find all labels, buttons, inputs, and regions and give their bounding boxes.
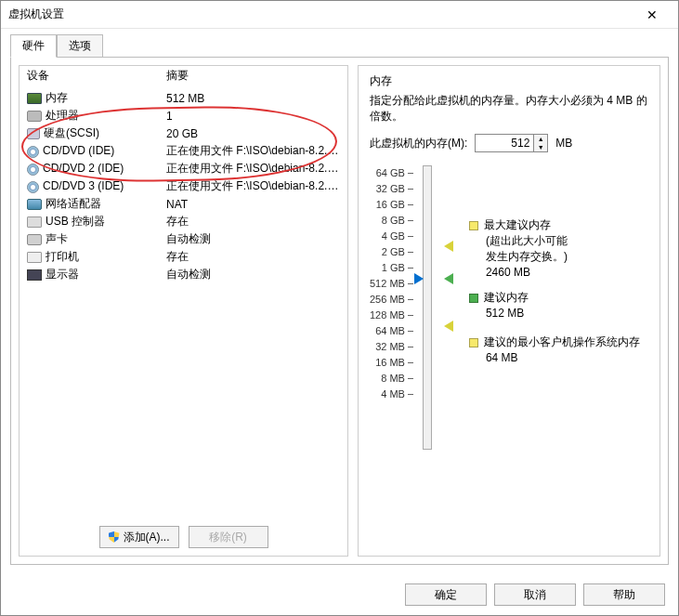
- memory-tick: 256 MB: [370, 292, 413, 308]
- memory-ticks: 64 GB32 GB16 GB8 GB4 GB2 GB1 GB512 MB256…: [370, 165, 413, 450]
- marker-recommended-icon: [444, 273, 453, 284]
- legend-max-note1: (超出此大小可能: [469, 233, 640, 249]
- mem-icon: [27, 93, 42, 104]
- shield-icon: [109, 531, 120, 543]
- prn-icon: [27, 252, 42, 263]
- memory-title: 内存: [370, 73, 648, 89]
- device-row[interactable]: 内存512 MB: [25, 89, 342, 107]
- cd-icon: [27, 146, 39, 158]
- legend-max-value: 2460 MB: [469, 265, 640, 281]
- device-row[interactable]: 显示器自动检测: [25, 266, 342, 283]
- tab-hardware[interactable]: 硬件: [10, 34, 57, 58]
- device-name: 显示器: [46, 268, 79, 281]
- titlebar: 虚拟机设置 ✕: [1, 1, 678, 29]
- memory-tick: 2 GB: [370, 244, 413, 260]
- ok-button[interactable]: 确定: [405, 583, 487, 606]
- device-row[interactable]: CD/DVD (IDE)正在使用文件 F:\ISO\debian-8.2.0-a…: [25, 142, 342, 160]
- spin-down-icon[interactable]: ▼: [534, 143, 547, 151]
- device-name: 声卡: [46, 232, 68, 245]
- memory-spinner[interactable]: ▲ ▼: [475, 134, 548, 152]
- device-table: 设备 摘要 内存512 MB处理器1硬盘(SCSI)20 GBCD/DVD (I…: [25, 66, 342, 283]
- disp-icon: [27, 269, 42, 281]
- vm-settings-window: 虚拟机设置 ✕ 硬件 选项 设备 摘要 内存512 MB: [0, 0, 679, 616]
- device-summary: 1: [164, 107, 342, 125]
- device-row[interactable]: USB 控制器存在: [25, 213, 342, 230]
- device-name: CD/DVD 3 (IDE): [43, 179, 124, 192]
- device-row[interactable]: CD/DVD 2 (IDE)正在使用文件 F:\ISO\debian-8.2.0…: [25, 160, 342, 177]
- device-name: 内存: [46, 91, 68, 104]
- marker-max-icon: [444, 241, 453, 252]
- memory-tick: 8 GB: [370, 213, 413, 229]
- device-buttons: 添加(A)... 移除(R): [20, 518, 347, 556]
- marker-min-icon: [444, 321, 453, 332]
- legend-max-swatch: [469, 221, 478, 230]
- dialog-footer: 确定 取消 帮助: [1, 574, 678, 615]
- memory-panel: 内存 指定分配给此虚拟机的内存量。内存大小必须为 4 MB 的倍数。 此虚拟机的…: [358, 65, 660, 557]
- legend-rec-label: 建议内存: [484, 291, 529, 304]
- legend-max-label: 最大建议内存: [484, 218, 551, 231]
- memory-tick: 16 GB: [370, 197, 413, 213]
- device-row[interactable]: CD/DVD 3 (IDE)正在使用文件 F:\ISO\debian-8.2.0…: [25, 177, 342, 195]
- marker-current-icon[interactable]: [414, 273, 424, 284]
- device-row[interactable]: 处理器1: [25, 107, 342, 125]
- memory-desc: 指定分配给此虚拟机的内存量。内存大小必须为 4 MB 的倍数。: [370, 93, 648, 125]
- device-name: CD/DVD (IDE): [43, 144, 114, 157]
- legend-min-swatch: [469, 338, 478, 347]
- memory-chart: 64 GB32 GB16 GB8 GB4 GB2 GB1 GB512 MB256…: [370, 165, 648, 450]
- help-button[interactable]: 帮助: [583, 583, 665, 606]
- device-row[interactable]: 声卡自动检测: [25, 230, 342, 248]
- content-area: 设备 摘要 内存512 MB处理器1硬盘(SCSI)20 GBCD/DVD (I…: [10, 57, 669, 565]
- memory-slider[interactable]: [423, 165, 432, 450]
- cancel-button[interactable]: 取消: [494, 583, 576, 606]
- cd-icon: [27, 164, 39, 176]
- memory-tick: 64 GB: [370, 165, 413, 181]
- device-panel: 设备 摘要 内存512 MB处理器1硬盘(SCSI)20 GBCD/DVD (I…: [19, 65, 348, 557]
- device-summary: 存在: [164, 213, 342, 230]
- device-summary: 正在使用文件 F:\ISO\debian-8.2.0-a...: [164, 142, 342, 160]
- legend-min-label: 建议的最小客户机操作系统内存: [484, 335, 640, 348]
- device-name: 网络适配器: [46, 197, 101, 210]
- memory-tick: 128 MB: [370, 308, 413, 323]
- device-row[interactable]: 网络适配器NAT: [25, 195, 342, 213]
- memory-tick: 4 GB: [370, 229, 413, 244]
- device-summary: 自动检测: [164, 266, 342, 283]
- legend-max-note2: 发生内存交换。): [469, 249, 640, 265]
- col-header-summary: 摘要: [164, 66, 342, 89]
- legend-rec-swatch: [469, 294, 478, 303]
- device-name: USB 控制器: [46, 215, 105, 228]
- col-header-device: 设备: [25, 66, 164, 89]
- legend-min-value: 64 MB: [469, 350, 640, 366]
- cpu-icon: [27, 111, 42, 122]
- memory-input[interactable]: [476, 135, 533, 151]
- close-icon[interactable]: ✕: [633, 7, 671, 22]
- device-summary: 正在使用文件 F:\ISO\debian-8.2.0-a...: [164, 177, 342, 195]
- device-summary: 正在使用文件 F:\ISO\debian-8.2.0-a...: [164, 160, 342, 177]
- device-summary: 自动检测: [164, 230, 342, 248]
- memory-tick: 32 MB: [370, 339, 413, 355]
- device-summary: 存在: [164, 248, 342, 266]
- memory-unit: MB: [555, 137, 572, 150]
- memory-tick: 4 MB: [370, 387, 413, 402]
- memory-tick: 16 MB: [370, 355, 413, 371]
- device-name: 打印机: [46, 250, 79, 263]
- tab-strip: 硬件 选项: [10, 34, 669, 58]
- memory-tick: 32 GB: [370, 181, 413, 197]
- add-button[interactable]: 添加(A)...: [99, 526, 179, 548]
- memory-tick: 64 MB: [370, 323, 413, 339]
- device-row[interactable]: 打印机存在: [25, 248, 342, 266]
- remove-button[interactable]: 移除(R): [189, 526, 268, 548]
- tab-options[interactable]: 选项: [57, 34, 103, 58]
- hdd-icon: [27, 128, 40, 139]
- device-row[interactable]: 硬盘(SCSI)20 GB: [25, 125, 342, 142]
- device-name: 硬盘(SCSI): [44, 126, 99, 139]
- window-title: 虚拟机设置: [8, 7, 633, 22]
- spin-up-icon[interactable]: ▲: [534, 135, 547, 143]
- memory-tick: 512 MB: [370, 276, 413, 292]
- device-summary: 512 MB: [164, 89, 342, 107]
- device-summary: 20 GB: [164, 125, 342, 142]
- device-summary: NAT: [164, 195, 342, 213]
- memory-tick: 1 GB: [370, 260, 413, 276]
- snd-icon: [27, 234, 42, 245]
- net-icon: [27, 199, 42, 210]
- memory-tick: 8 MB: [370, 371, 413, 387]
